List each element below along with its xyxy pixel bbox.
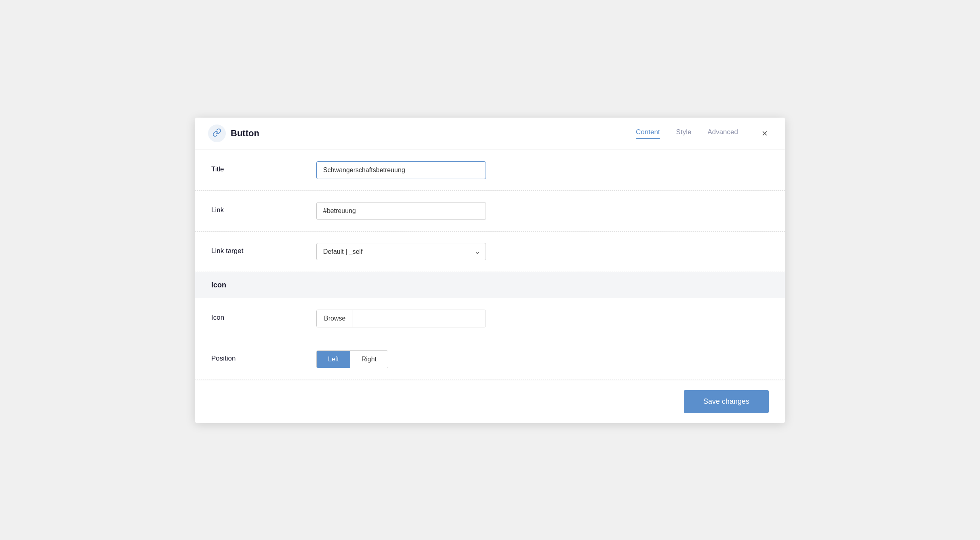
panel-footer: Save changes: [195, 380, 785, 423]
link-icon: [212, 128, 221, 139]
browse-button[interactable]: Browse: [317, 310, 353, 327]
icon-text-input[interactable]: [353, 310, 486, 327]
icon-section-label: Icon: [211, 281, 226, 289]
icon-label: Icon: [211, 310, 316, 322]
title-control: [316, 161, 769, 179]
link-target-select-wrapper: Default | _self _blank _parent _top ⌄: [316, 243, 486, 260]
link-target-row: Link target Default | _self _blank _pare…: [195, 232, 785, 272]
save-changes-button[interactable]: Save changes: [684, 390, 769, 413]
title-input[interactable]: [316, 161, 486, 179]
link-input[interactable]: [316, 202, 486, 220]
button-panel: Button Content Style Advanced × Title Li…: [195, 118, 785, 423]
link-label: Link: [211, 202, 316, 214]
position-row: Position Left Right: [195, 339, 785, 380]
panel-content: Title Link Link target Default | _self _…: [195, 150, 785, 380]
position-left-button[interactable]: Left: [317, 351, 350, 368]
header-left: Button: [208, 124, 636, 142]
panel-header: Button Content Style Advanced ×: [195, 118, 785, 150]
title-label: Title: [211, 161, 316, 173]
icon-control: Browse: [316, 310, 769, 327]
position-label: Position: [211, 350, 316, 363]
link-target-control: Default | _self _blank _parent _top ⌄: [316, 243, 769, 260]
tab-advanced[interactable]: Advanced: [707, 128, 738, 139]
icon-section-header: Icon: [195, 272, 785, 298]
link-row: Link: [195, 191, 785, 232]
link-target-label: Link target: [211, 243, 316, 255]
link-target-select[interactable]: Default | _self _blank _parent _top: [316, 243, 486, 260]
position-toggle: Left Right: [316, 350, 388, 368]
panel-title: Button: [231, 128, 259, 139]
link-control: [316, 202, 769, 220]
position-control: Left Right: [316, 350, 769, 368]
title-row: Title: [195, 150, 785, 191]
tab-content[interactable]: Content: [636, 128, 660, 139]
position-right-button[interactable]: Right: [350, 351, 388, 368]
close-button[interactable]: ×: [757, 126, 772, 141]
icon-row: Icon Browse: [195, 298, 785, 339]
icon-browse-group: Browse: [316, 310, 486, 327]
header-icon-wrap: [208, 124, 226, 142]
panel-tabs: Content Style Advanced: [636, 128, 738, 139]
tab-style[interactable]: Style: [676, 128, 692, 139]
